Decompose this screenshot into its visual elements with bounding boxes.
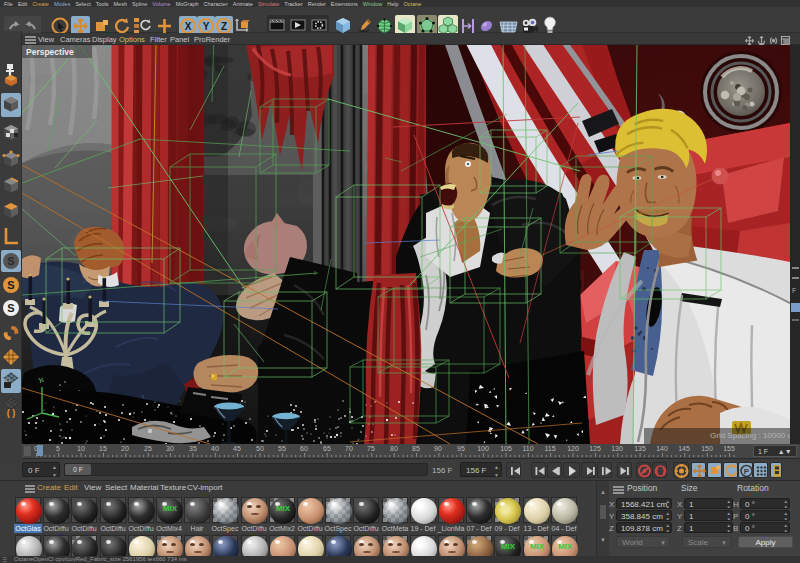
svg-text:P: P [744,467,750,476]
svg-text:Grid Spacing : 10000 cm: Grid Spacing : 10000 cm [710,431,790,440]
